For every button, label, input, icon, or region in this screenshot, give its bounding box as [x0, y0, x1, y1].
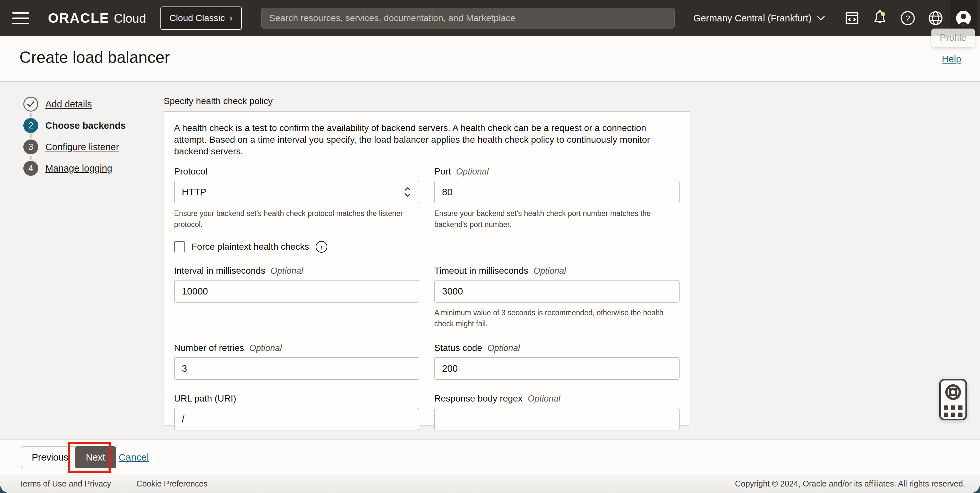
optional-tag: Optional	[456, 167, 489, 177]
interval-input[interactable]	[174, 280, 419, 303]
protocol-value: HTTP	[182, 187, 207, 198]
search-input[interactable]	[261, 8, 675, 29]
status-code-label: Status code	[434, 343, 482, 353]
optional-tag: Optional	[533, 266, 566, 276]
region-label: Germany Central (Frankfurt)	[694, 13, 811, 24]
avatar-icon	[955, 10, 972, 27]
section-title: Specify health check policy	[164, 96, 272, 106]
stepper-connector	[30, 156, 32, 160]
cloud-logo-text: Cloud	[114, 12, 146, 26]
protocol-select[interactable]: HTTP	[174, 181, 419, 203]
step-number-bubble: 2	[23, 118, 38, 133]
health-check-description: A health check is a test to confirm the …	[174, 122, 673, 157]
hamburger-menu-icon[interactable]	[12, 12, 29, 24]
optional-tag: Optional	[270, 266, 303, 276]
step-complete-check-icon	[23, 97, 38, 112]
response-regex-input[interactable]	[434, 408, 679, 431]
interval-field: Interval in milliseconds Optional	[174, 266, 419, 329]
cancel-link[interactable]: Cancel	[119, 452, 149, 463]
chevron-right-icon: ›	[229, 13, 233, 23]
cloud-classic-button[interactable]: Cloud Classic ›	[161, 6, 242, 30]
svg-text:?: ?	[905, 14, 910, 23]
region-selector[interactable]: Germany Central (Frankfurt)	[694, 13, 825, 24]
next-button[interactable]: Next	[75, 446, 116, 468]
step-number-bubble: 4	[23, 161, 38, 176]
force-plaintext-label: Force plaintext health checks	[191, 242, 309, 252]
page-footer: Terms of Use and Privacy Cookie Preferen…	[0, 474, 980, 493]
oracle-cloud-logo[interactable]: ORACLE Cloud	[48, 10, 146, 26]
select-spinner-icon	[404, 187, 412, 198]
wizard-action-bar: Previous Next Cancel	[0, 439, 980, 474]
port-label: Port	[434, 166, 451, 177]
retries-field: Number of retries Optional	[174, 343, 419, 380]
oracle-logo-text: ORACLE	[48, 10, 109, 26]
page-header: Create load balancer Help	[0, 36, 980, 82]
code-window-icon	[844, 10, 860, 26]
port-helper-text: Ensure your backend set's health check p…	[434, 208, 668, 230]
developer-tools-icon[interactable]	[838, 0, 866, 36]
step-number-bubble: 3	[23, 139, 38, 155]
help-link[interactable]: Help	[942, 54, 961, 65]
bell-icon	[872, 10, 888, 27]
lifebuoy-icon	[944, 383, 963, 402]
info-icon[interactable]: i	[316, 241, 327, 253]
port-input[interactable]	[434, 181, 679, 203]
response-regex-field: Response body regex Optional	[434, 393, 679, 431]
wizard-content: Add details 2 Choose backends 3 Configur…	[0, 82, 980, 439]
stepper-connector	[30, 113, 32, 117]
drag-handle-dots-icon	[944, 405, 963, 417]
status-code-input[interactable]	[434, 357, 679, 380]
retries-input[interactable]	[174, 357, 419, 380]
stepper-item-label[interactable]: Add details	[45, 99, 92, 110]
health-check-policy-card: A health check is a test to confirm the …	[164, 111, 690, 426]
url-path-input[interactable]	[174, 408, 419, 431]
globe-icon	[928, 10, 944, 26]
profile-tooltip-label: Profile	[940, 32, 966, 43]
profile-tooltip: Profile	[931, 29, 975, 47]
stepper-connector	[30, 134, 32, 138]
cloud-classic-label: Cloud Classic	[170, 13, 225, 23]
optional-tag: Optional	[528, 394, 560, 404]
protocol-label: Protocol	[174, 166, 207, 177]
optional-tag: Optional	[487, 343, 520, 353]
timeout-input[interactable]	[434, 280, 679, 303]
stepper-item-configure-listener[interactable]: 3 Configure listener	[23, 138, 126, 156]
notifications-bell-icon[interactable]	[866, 0, 894, 36]
force-plaintext-checkbox[interactable]	[174, 241, 185, 252]
app-window: ORACLE Cloud Cloud Classic › Germany Cen…	[0, 0, 980, 493]
interval-label: Interval in milliseconds	[174, 266, 266, 276]
timeout-helper-text: A minimum value of 3 seconds is recommen…	[434, 307, 668, 329]
protocol-helper-text: Ensure your backend set's health check p…	[174, 208, 407, 230]
timeout-field: Timeout in milliseconds Optional A minim…	[434, 266, 679, 329]
stepper-item-add-details[interactable]: Add details	[23, 95, 126, 113]
stepper-item-label[interactable]: Manage logging	[45, 163, 112, 174]
copyright-text: Copyright © 2024, Oracle and/or its affi…	[735, 479, 965, 488]
previous-button[interactable]: Previous	[21, 446, 80, 468]
status-code-field: Status code Optional	[434, 343, 679, 380]
notification-dot	[881, 12, 885, 16]
port-field: Port Optional Ensure your backend set's …	[434, 166, 679, 230]
force-plaintext-row: Force plaintext health checks i	[174, 241, 679, 253]
stepper-item-manage-logging[interactable]: 4 Manage logging	[23, 160, 126, 177]
optional-tag: Optional	[249, 343, 282, 353]
chevron-down-icon	[817, 16, 825, 21]
page-title: Create load balancer	[19, 48, 170, 67]
help-icon[interactable]: ?	[894, 0, 922, 36]
timeout-label: Timeout in milliseconds	[434, 266, 528, 276]
wizard-stepper: Add details 2 Choose backends 3 Configur…	[23, 95, 126, 177]
response-regex-label: Response body regex	[434, 393, 522, 404]
terms-link[interactable]: Terms of Use and Privacy	[19, 479, 111, 488]
search-bar-container	[261, 8, 675, 29]
url-path-label: URL path (URI)	[174, 393, 236, 404]
cookie-preferences-link[interactable]: Cookie Preferences	[137, 479, 208, 488]
question-mark-icon: ?	[900, 10, 916, 26]
top-navigation-bar: ORACLE Cloud Cloud Classic › Germany Cen…	[0, 0, 980, 36]
protocol-field: Protocol HTTP Ensure your backend set's …	[174, 166, 419, 230]
url-path-field: URL path (URI)	[174, 393, 419, 431]
stepper-item-label[interactable]: Configure listener	[45, 142, 119, 152]
floating-help-widget[interactable]	[939, 379, 967, 420]
stepper-item-choose-backends[interactable]: 2 Choose backends	[23, 117, 126, 134]
stepper-item-label: Choose backends	[45, 120, 126, 131]
retries-label: Number of retries	[174, 343, 244, 353]
health-check-form: Protocol HTTP Ensure your backend set's …	[174, 166, 680, 431]
